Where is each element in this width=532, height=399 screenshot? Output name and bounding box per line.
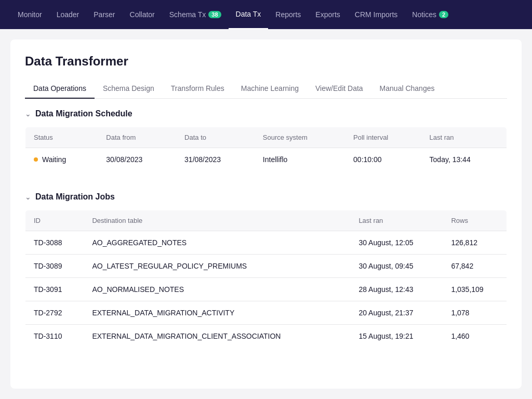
- app-container: Monitor Loader Parser Collator Schema Tx…: [0, 0, 532, 399]
- nav-crm-imports[interactable]: CRM Imports: [348, 0, 405, 29]
- schedule-col-source-system: Source system: [255, 127, 345, 148]
- jobs-table-header-row: ID Destination table Last ran Rows: [25, 210, 507, 231]
- schedule-poll-interval-cell: 00:10:00: [345, 148, 421, 171]
- schedule-section: ⌄ Data Migration Schedule Status Data fr…: [10, 99, 522, 182]
- schedule-source-system-cell: Intelliflo: [255, 148, 345, 171]
- tab-machine-learning[interactable]: Machine Learning: [233, 79, 307, 99]
- schedule-last-ran-cell: Today, 13:44: [421, 148, 507, 171]
- jobs-col-last-ran: Last ran: [350, 210, 443, 231]
- nav-notices[interactable]: Notices 2: [405, 0, 456, 29]
- table-row: TD-3091 AO_NORMALISED_NOTES 28 August, 1…: [25, 278, 507, 301]
- page-title: Data Transformer: [25, 54, 507, 69]
- job-last-ran-cell: 30 August, 09:45: [350, 255, 443, 278]
- schedule-chevron-icon[interactable]: ⌄: [25, 110, 31, 118]
- job-last-ran-cell: 15 August, 19:21: [350, 325, 443, 348]
- page-header: Data Transformer Data Operations Schema …: [10, 39, 522, 99]
- top-nav: Monitor Loader Parser Collator Schema Tx…: [0, 0, 532, 29]
- jobs-chevron-icon[interactable]: ⌄: [25, 193, 31, 201]
- job-last-ran-cell: 20 August, 21:37: [350, 301, 443, 325]
- tabs: Data Operations Schema Design Transform …: [25, 79, 507, 99]
- schedule-col-last-ran: Last ran: [421, 127, 507, 148]
- jobs-section-title: Data Migration Jobs: [35, 192, 115, 202]
- schedule-col-poll-interval: Poll interval: [345, 127, 421, 148]
- job-id-cell: TD-3091: [25, 278, 84, 301]
- nav-monitor[interactable]: Monitor: [10, 0, 49, 29]
- status-dot-icon: [34, 157, 38, 162]
- job-rows-cell: 1,460: [443, 325, 507, 348]
- tab-manual-changes[interactable]: Manual Changes: [371, 79, 443, 99]
- job-rows-cell: 1,035,109: [443, 278, 507, 301]
- jobs-col-destination: Destination table: [84, 210, 350, 231]
- notices-badge: 2: [439, 11, 448, 18]
- job-id-cell: TD-3089: [25, 255, 84, 278]
- nav-parser[interactable]: Parser: [86, 0, 122, 29]
- tab-transform-rules[interactable]: Transform Rules: [163, 79, 233, 99]
- job-id-cell: TD-2792: [25, 301, 84, 325]
- schedule-col-data-to: Data to: [176, 127, 255, 148]
- schedule-section-title: Data Migration Schedule: [35, 109, 132, 118]
- nav-collator[interactable]: Collator: [123, 0, 162, 29]
- table-row: TD-3089 AO_LATEST_REGULAR_POLICY_PREMIUM…: [25, 255, 507, 278]
- job-destination-cell: EXTERNAL_DATA_MIGRATION_ACTIVITY: [84, 301, 350, 325]
- tab-data-operations[interactable]: Data Operations: [25, 79, 95, 99]
- jobs-col-rows: Rows: [443, 210, 507, 231]
- job-destination-cell: AO_LATEST_REGULAR_POLICY_PREMIUMS: [84, 255, 350, 278]
- table-row: TD-3110 EXTERNAL_DATA_MIGRATION_CLIENT_A…: [25, 325, 507, 348]
- table-row: TD-3088 AO_AGGREGATED_NOTES 30 August, 1…: [25, 231, 507, 255]
- job-destination-cell: EXTERNAL_DATA_MIGRATION_CLIENT_ASSOCIATI…: [84, 325, 350, 348]
- job-id-cell: TD-3110: [25, 325, 84, 348]
- jobs-section-header: ⌄ Data Migration Jobs: [25, 192, 507, 202]
- job-rows-cell: 1,078: [443, 301, 507, 325]
- job-destination-cell: AO_AGGREGATED_NOTES: [84, 231, 350, 255]
- nav-reports[interactable]: Reports: [268, 0, 308, 29]
- schedule-table-header-row: Status Data from Data to Source system P…: [25, 127, 507, 148]
- jobs-col-id: ID: [25, 210, 84, 231]
- status-waiting: Waiting: [34, 155, 89, 164]
- jobs-table: ID Destination table Last ran Rows TD-30…: [25, 210, 507, 348]
- job-rows-cell: 126,812: [443, 231, 507, 255]
- nav-schema-tx[interactable]: Schema Tx 38: [162, 0, 229, 29]
- nav-loader[interactable]: Loader: [49, 0, 87, 29]
- schedule-data-to-cell: 31/08/2023: [176, 148, 255, 171]
- table-row: TD-2792 EXTERNAL_DATA_MIGRATION_ACTIVITY…: [25, 301, 507, 325]
- nav-exports[interactable]: Exports: [308, 0, 347, 29]
- tab-view-edit-data[interactable]: View/Edit Data: [307, 79, 371, 99]
- job-last-ran-cell: 30 August, 12:05: [350, 231, 443, 255]
- job-id-cell: TD-3088: [25, 231, 84, 255]
- job-last-ran-cell: 28 August, 12:43: [350, 278, 443, 301]
- job-rows-cell: 67,842: [443, 255, 507, 278]
- schedule-col-data-from: Data from: [98, 127, 176, 148]
- schedule-status-cell: Waiting: [25, 148, 98, 171]
- nav-data-tx[interactable]: Data Tx: [229, 0, 269, 29]
- jobs-section: ⌄ Data Migration Jobs ID Destination tab…: [10, 182, 522, 358]
- table-row: Waiting 30/08/2023 31/08/2023 Intelliflo…: [25, 148, 507, 171]
- job-destination-cell: AO_NORMALISED_NOTES: [84, 278, 350, 301]
- schedule-table: Status Data from Data to Source system P…: [25, 127, 507, 171]
- schedule-col-status: Status: [25, 127, 98, 148]
- schema-tx-badge: 38: [208, 11, 221, 18]
- main-content: Data Transformer Data Operations Schema …: [10, 39, 522, 389]
- tab-schema-design[interactable]: Schema Design: [95, 79, 163, 99]
- schedule-section-header: ⌄ Data Migration Schedule: [25, 109, 507, 118]
- schedule-data-from-cell: 30/08/2023: [98, 148, 176, 171]
